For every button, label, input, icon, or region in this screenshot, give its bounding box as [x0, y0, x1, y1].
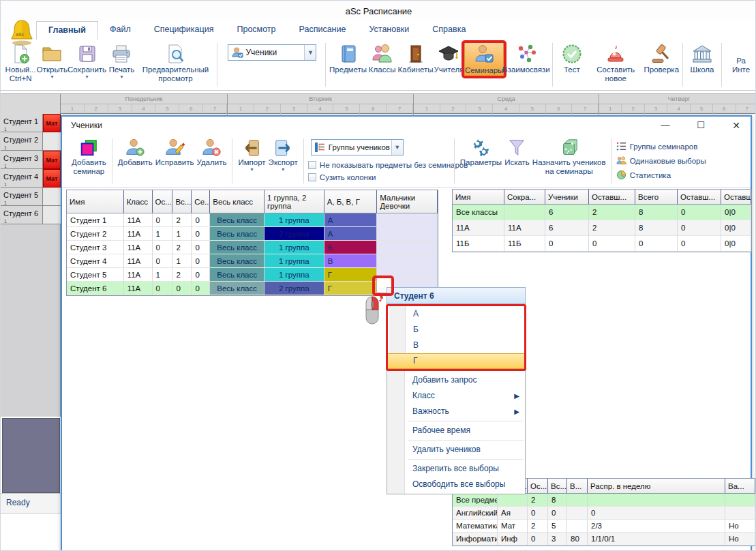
boys-girls-cell[interactable] [377, 213, 438, 227]
dialog-button-параметры[interactable]: Параметры [459, 137, 503, 168]
empty-lesson-cell[interactable] [43, 188, 61, 206]
checkbox-hide-subjects[interactable] [308, 161, 316, 169]
cell[interactable] [567, 507, 588, 520]
cell[interactable]: 0 [678, 236, 721, 252]
dialog-button-импорт[interactable]: Импорт [237, 137, 267, 173]
group-cell[interactable]: 1 группа [264, 254, 324, 268]
ribbon-button-открыть[interactable]: Открыть [36, 42, 67, 80]
cell[interactable]: 0 [588, 507, 725, 520]
dialog-button-назначить учеников[interactable]: Назначить учениковна семинары [531, 137, 607, 177]
cell[interactable]: 0 [192, 213, 210, 227]
view-combobox[interactable]: Ученики▼ [228, 44, 316, 61]
cell[interactable]: 2 [172, 213, 192, 227]
cell[interactable] [498, 494, 528, 507]
subject-row[interactable]: Английский яз...Ая000 [453, 507, 755, 520]
ribbon-button-семинары[interactable]: Семинары [464, 42, 503, 77]
cell[interactable]: 8 [635, 220, 678, 236]
group-cell[interactable]: 2 группа [264, 282, 324, 295]
cell[interactable]: 0|0 [721, 220, 751, 236]
tab-Расписание[interactable]: Расписание [288, 21, 358, 40]
lesson-card[interactable]: Мат [43, 114, 61, 132]
cell[interactable]: 11Б [504, 236, 545, 252]
column-header[interactable]: Оставшие... [721, 190, 751, 204]
chevron-down-icon[interactable]: ▼ [304, 45, 316, 60]
menu-item-рабочее-время[interactable]: Рабочее время [387, 423, 525, 438]
cell[interactable]: 2 [528, 494, 548, 507]
menu-item-удалить-учеников[interactable]: Удалить учеников [387, 442, 525, 458]
cell[interactable]: 1 [172, 254, 192, 268]
cell[interactable]: 11А [124, 254, 153, 268]
group-cell[interactable]: 2 группа [264, 227, 324, 241]
whole-class-cell[interactable]: Весь класс [210, 213, 264, 227]
cell[interactable] [725, 494, 755, 507]
tab-Установки[interactable]: Установки [357, 21, 421, 40]
boys-girls-cell[interactable] [377, 227, 438, 241]
cell[interactable]: 0 [589, 236, 635, 252]
cell[interactable]: 0 [635, 236, 678, 252]
cell[interactable]: 0 [172, 282, 192, 295]
cell[interactable]: Студент 1 [67, 213, 124, 227]
dialog-titlebar[interactable]: Ученики — ☐ ✕ [62, 117, 751, 134]
student-row-студент-1[interactable]: Студент 111А020Весь класс1 группаА [67, 213, 438, 227]
ribbon-button-проверка[interactable]: Проверка [644, 42, 679, 76]
cell[interactable]: 2 [528, 520, 548, 533]
cell[interactable]: 1/1/0/1 [588, 533, 725, 546]
menu-choice-Б[interactable]: Б [388, 322, 524, 338]
whole-class-cell[interactable]: Весь класс [210, 227, 264, 241]
student-row-label[interactable]: Студент 31 [1, 151, 43, 169]
cell[interactable]: 11А [124, 268, 153, 282]
class-row[interactable]: Все классы62800|0 [453, 205, 751, 220]
menu-choice-В[interactable]: В [388, 338, 524, 353]
cell[interactable]: Студент 3 [67, 241, 124, 254]
dialog-button-добавить[interactable]: Добавить [117, 137, 154, 168]
student-row-label[interactable]: Студент 61 [1, 206, 43, 224]
class-row[interactable]: 11А11А62800|0 [453, 220, 751, 236]
cell[interactable]: 8 [635, 205, 678, 220]
cell[interactable]: Английский яз... [453, 507, 498, 520]
cell[interactable]: 0 [192, 241, 210, 254]
link-одинаковые-выборы[interactable]: Одинаковые выборы [616, 153, 716, 168]
choice-cell[interactable]: А [324, 213, 378, 227]
cell[interactable]: 0 [548, 507, 567, 520]
empty-lesson-cell[interactable] [43, 132, 61, 151]
column-header[interactable]: Мальчики Девочки [377, 190, 438, 213]
subject-row[interactable]: МатематикаМат252/3Но [453, 520, 755, 533]
cell[interactable] [567, 520, 588, 533]
cell[interactable]: Все классы [453, 205, 504, 220]
cell[interactable]: 2 [172, 241, 192, 254]
cell[interactable]: 11А [453, 220, 504, 236]
cell[interactable]: 0 [192, 282, 210, 295]
cell[interactable] [567, 494, 588, 507]
boys-girls-cell[interactable] [377, 254, 438, 268]
column-header[interactable]: Ос... [528, 479, 548, 493]
student-row-label[interactable]: Студент 21 [1, 132, 43, 151]
cell[interactable]: Математика [453, 520, 498, 533]
column-header[interactable]: Ва... [725, 479, 755, 493]
cell[interactable]: 0 [528, 507, 548, 520]
boys-girls-cell[interactable] [377, 241, 438, 254]
cell[interactable]: 80 [567, 533, 588, 546]
cell[interactable]: 6 [545, 220, 589, 236]
chevron-down-icon[interactable]: ▼ [391, 140, 403, 155]
cell[interactable]: 11А [124, 213, 153, 227]
cell[interactable]: 11А [504, 220, 545, 236]
tab-Просмотр[interactable]: Просмотр [225, 21, 287, 40]
subject-row[interactable]: Все предметы28 [453, 494, 755, 507]
student-row-label[interactable]: Студент 51 [1, 188, 43, 206]
link-группы-семинаров[interactable]: Группы семинаров [616, 139, 716, 153]
column-header[interactable]: Ос... [153, 190, 173, 213]
cell[interactable]: 1 [153, 268, 173, 282]
cell[interactable]: 5 [548, 520, 567, 533]
cell[interactable] [504, 205, 545, 220]
menu-item-освободить-все-выборы[interactable]: Освободить все выборы [387, 477, 525, 492]
column-header[interactable]: Оставш... [678, 190, 721, 204]
asc-bell-logo-icon[interactable]: aSc [7, 18, 36, 46]
maximize-button[interactable]: ☐ [691, 120, 711, 131]
cell[interactable]: 0 [153, 213, 173, 227]
menu-item-важность[interactable]: Важность▶ [387, 404, 525, 419]
cell[interactable]: 2/3 [588, 520, 725, 533]
cell[interactable]: 0|0 [721, 205, 751, 220]
column-header[interactable]: Оставш... [589, 190, 635, 204]
column-header[interactable]: Распр. в неделю [588, 479, 725, 493]
lesson-card[interactable]: Мат [43, 169, 61, 188]
